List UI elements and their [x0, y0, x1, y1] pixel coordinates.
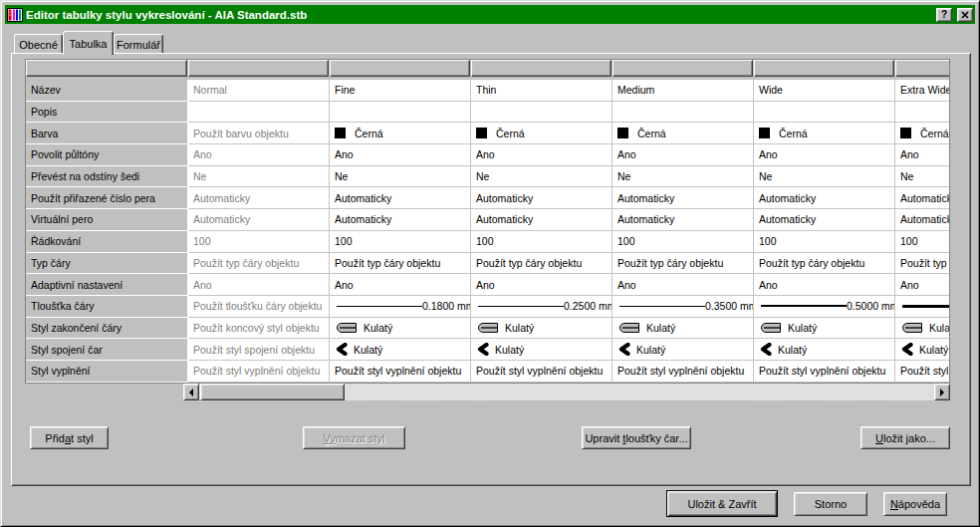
table-cell[interactable]: 100: [330, 231, 471, 253]
tab-tabulka[interactable]: Tabulka: [63, 31, 114, 55]
table-cell[interactable]: Použít styl vyplnění objektu: [754, 361, 895, 383]
table-cell[interactable]: Automaticky: [330, 209, 471, 231]
corner-header-cell[interactable]: [26, 60, 187, 77]
column-header-cell[interactable]: [188, 60, 329, 77]
title-bar[interactable]: Editor tabulky stylu vykreslování - AIA …: [5, 5, 975, 24]
table-cell[interactable]: Použít typ čáry objektu: [895, 253, 950, 275]
table-cell[interactable]: Ne: [471, 166, 612, 188]
save-and-close-button[interactable]: Uložit & Zavřít: [666, 490, 778, 517]
scroll-left-button[interactable]: [183, 384, 199, 400]
table-cell[interactable]: Černá: [330, 123, 471, 144]
table-cell[interactable]: 0.5000 mm: [754, 296, 895, 318]
table-cell[interactable]: [188, 102, 330, 124]
table-cell[interactable]: Použít styl vyplnění objektu: [612, 361, 754, 383]
scroll-right-button[interactable]: [934, 384, 950, 400]
table-cell[interactable]: Použít typ čáry objektu: [471, 253, 612, 275]
table-cell[interactable]: Použít barvu objektu: [188, 123, 330, 144]
table-cell[interactable]: Ano: [188, 274, 330, 296]
close-button[interactable]: [957, 8, 973, 22]
table-cell[interactable]: Kulatý: [895, 339, 950, 361]
scrollbar-thumb[interactable]: [200, 384, 345, 400]
table-cell[interactable]: Automaticky: [895, 209, 950, 231]
table-cell[interactable]: Kulatý: [612, 339, 754, 361]
table-cell[interactable]: [612, 102, 754, 124]
table-cell[interactable]: [895, 102, 950, 124]
table-cell[interactable]: Automaticky: [471, 187, 612, 209]
table-cell[interactable]: [895, 296, 950, 318]
table-cell[interactable]: 100: [612, 231, 754, 253]
table-cell[interactable]: Automaticky: [754, 187, 895, 209]
table-cell[interactable]: Ano: [754, 274, 895, 296]
table-cell[interactable]: Použít styl vyplnění objektu: [330, 361, 471, 383]
table-cell[interactable]: Ano: [895, 144, 950, 166]
table-cell[interactable]: Použít styl vyplnění objektu: [895, 361, 950, 383]
table-cell[interactable]: Použít tloušťku čáry objektu: [188, 296, 330, 318]
table-cell[interactable]: Ano: [612, 144, 754, 166]
table-cell[interactable]: Ano: [471, 274, 612, 296]
table-cell[interactable]: Černá: [471, 123, 612, 144]
table-cell[interactable]: Použít typ čáry objektu: [330, 253, 471, 275]
table-cell[interactable]: Použít typ čáry objektu: [188, 253, 330, 275]
table-cell[interactable]: Automaticky: [612, 187, 754, 209]
table-cell[interactable]: Kulatý: [330, 339, 471, 361]
table-cell[interactable]: Medium: [612, 80, 754, 102]
table-cell[interactable]: 0.2500 mm: [471, 296, 612, 318]
add-style-button[interactable]: Přidat styl: [30, 426, 109, 449]
table-cell[interactable]: Ne: [188, 166, 330, 188]
help-button[interactable]: ?: [936, 8, 952, 22]
table-cell[interactable]: [754, 102, 895, 124]
table-cell[interactable]: Wide: [754, 80, 895, 102]
column-header-cell[interactable]: [612, 60, 753, 77]
table-cell[interactable]: Použít koncový styl objektu: [188, 318, 330, 340]
table-cell[interactable]: Ano: [330, 144, 471, 166]
table-cell[interactable]: Kulatý: [895, 318, 950, 340]
table-cell[interactable]: 100: [471, 231, 612, 253]
table-cell[interactable]: Kulatý: [612, 318, 754, 340]
table-cell[interactable]: Ne: [612, 166, 754, 188]
table-cell[interactable]: [471, 102, 612, 124]
tab-formular[interactable]: Formulář: [114, 34, 163, 54]
table-cell[interactable]: Černá: [895, 123, 950, 144]
table-cell[interactable]: Ne: [754, 166, 895, 188]
edit-lineweights-button[interactable]: Upravit tloušťky čar...: [582, 426, 691, 449]
table-cell[interactable]: Použít typ čáry objektu: [612, 253, 754, 275]
table-cell[interactable]: 100: [188, 231, 330, 253]
table-cell[interactable]: Kulatý: [471, 339, 612, 361]
table-cell[interactable]: Kulatý: [330, 318, 471, 340]
table-cell[interactable]: Automaticky: [471, 209, 612, 231]
save-as-button[interactable]: Uložit jako...: [860, 426, 950, 449]
table-cell[interactable]: Ne: [895, 166, 950, 188]
table-cell[interactable]: [330, 102, 471, 124]
table-cell[interactable]: 100: [895, 231, 950, 253]
table-cell[interactable]: 0.1800 mm: [330, 296, 471, 318]
column-header-cell[interactable]: [754, 60, 894, 77]
table-cell[interactable]: Použít styl vyplnění objektu: [471, 361, 612, 383]
table-cell[interactable]: Černá: [754, 123, 895, 144]
table-cell[interactable]: 100: [754, 231, 895, 253]
table-cell[interactable]: Černá: [612, 123, 754, 144]
table-cell[interactable]: Ano: [471, 144, 612, 166]
horizontal-scrollbar[interactable]: [183, 384, 950, 400]
table-cell[interactable]: Kulatý: [471, 318, 612, 340]
table-cell[interactable]: 0.3500 mm: [612, 296, 754, 318]
table-cell[interactable]: Použít styl vyplnění objektu: [188, 361, 330, 383]
column-header-cell[interactable]: [895, 60, 950, 77]
tab-obecne[interactable]: Obecné: [14, 34, 63, 54]
table-cell[interactable]: Ne: [330, 166, 471, 188]
table-cell[interactable]: Automaticky: [895, 187, 950, 209]
cancel-button[interactable]: Storno: [794, 492, 867, 516]
table-cell[interactable]: Použít styl spojení objektu: [188, 339, 330, 361]
table-cell[interactable]: Thin: [471, 80, 612, 102]
table-cell[interactable]: Fine: [330, 80, 471, 102]
table-cell[interactable]: Automaticky: [188, 187, 330, 209]
column-header-cell[interactable]: [471, 60, 612, 77]
table-cell[interactable]: Kulatý: [754, 339, 895, 361]
table-cell[interactable]: Ano: [612, 274, 754, 296]
help-dialog-button[interactable]: Nápověda: [883, 492, 947, 516]
table-cell[interactable]: Automaticky: [754, 209, 895, 231]
table-cell[interactable]: Extra Wide: [895, 80, 950, 102]
table-cell[interactable]: Automaticky: [188, 209, 330, 231]
table-cell[interactable]: Automaticky: [612, 209, 754, 231]
scrollbar-track[interactable]: [199, 384, 934, 400]
table-cell[interactable]: Ano: [188, 144, 330, 166]
